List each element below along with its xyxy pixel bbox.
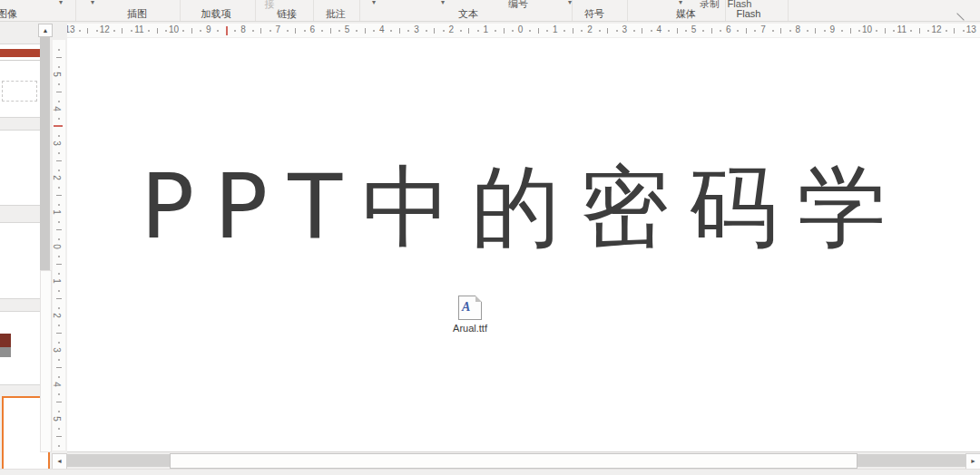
ribbon-group-label: 图像: [0, 8, 17, 19]
ruler-dot: [270, 30, 271, 32]
ribbon-group-label: 插图: [127, 8, 147, 19]
ruler-dot: [546, 30, 548, 32]
ruler-tick: [56, 264, 62, 265]
hscroll-right-button[interactable]: ►: [965, 453, 980, 470]
ruler-dot: [58, 118, 60, 120]
dropdown-caret-icon[interactable]: ▾: [568, 0, 572, 6]
ribbon-button-label[interactable]: 编号: [508, 0, 528, 9]
ruler-number: 12: [931, 24, 941, 34]
ruler-dot: [564, 30, 565, 32]
ruler-tick: [56, 195, 62, 196]
ruler-tick: [56, 229, 62, 230]
ruler-dot: [407, 30, 409, 32]
ribbon-group-label: Flash: [737, 8, 761, 19]
ruler-number: 0: [518, 24, 524, 34]
ruler-tick: [573, 28, 573, 34]
ruler-tick: [191, 28, 192, 34]
ruler-dot: [58, 221, 60, 223]
ruler-tick: [399, 28, 400, 34]
embedded-font-file-object[interactable]: A Arual.ttf: [434, 296, 506, 334]
thumbnail-rule-line: [0, 60, 44, 61]
ruler-dot: [443, 30, 445, 32]
ruler-cursor-mark: [226, 26, 228, 35]
ruler-dot: [910, 30, 912, 32]
ruler-dot: [529, 30, 531, 32]
ruler-tick: [711, 28, 712, 34]
slide-title-text[interactable]: PPT中的密码学: [85, 149, 962, 268]
ruler-number: 2: [53, 175, 62, 180]
ruler-dot: [356, 30, 358, 32]
ruler-dot: [876, 30, 877, 32]
ruler-number: 2: [448, 24, 454, 34]
ruler-dot: [390, 30, 392, 32]
dropdown-caret-icon[interactable]: ▾: [91, 0, 94, 6]
ruler-tick: [677, 28, 678, 34]
dropdown-caret-icon[interactable]: ▾: [372, 0, 376, 6]
ribbon-group-divider: [788, 0, 789, 21]
dropdown-caret-icon[interactable]: ▾: [441, 0, 445, 6]
ruler-number: 5: [345, 24, 350, 34]
dropdown-caret-icon[interactable]: ▾: [679, 0, 682, 6]
ruler-dot: [789, 30, 791, 32]
ruler-dot: [616, 30, 618, 32]
ruler-dot: [824, 30, 826, 32]
ruler-dot: [807, 30, 808, 32]
ruler-tick: [330, 28, 331, 34]
ruler-dot: [858, 30, 860, 32]
ruler-dot: [58, 238, 60, 240]
ribbon-group-divider: [725, 0, 726, 21]
hscroll-left-button[interactable]: ◄: [52, 453, 67, 470]
ruler-tick: [468, 28, 469, 34]
ruler-dot: [754, 30, 756, 32]
ruler-dot: [373, 30, 375, 32]
ruler-number: 12: [100, 24, 110, 34]
ruler-dot: [58, 204, 60, 206]
ribbon-group-label: 文本: [458, 8, 478, 19]
ruler-number: 1: [553, 24, 558, 34]
ruler-tick: [746, 28, 747, 34]
ruler-number: 13: [67, 24, 75, 34]
ruler-dot: [79, 30, 81, 32]
ruler-dot: [321, 30, 323, 32]
font-file-letter: A: [462, 300, 470, 315]
ruler-dot: [58, 393, 60, 395]
hscroll-thumb[interactable]: [170, 453, 858, 469]
thumbnail-scrollbar-track[interactable]: [40, 270, 52, 452]
page-fold-icon: [475, 296, 482, 302]
ruler-number: 1: [53, 278, 62, 284]
ribbon-button-label[interactable]: Flash: [728, 0, 752, 9]
thumbnail-scrollbar-thumb[interactable]: [40, 36, 50, 270]
ruler-number: 4: [379, 24, 385, 34]
ruler-dot: [58, 325, 60, 326]
ribbon-group-label: 媒体: [676, 8, 696, 19]
ribbon-group-label: 批注: [326, 8, 346, 19]
ribbon-group-divider: [627, 0, 628, 21]
ruler-number: 7: [275, 24, 280, 34]
ruler-tick: [87, 28, 88, 34]
ruler-dot: [200, 30, 201, 32]
ribbon-button-label[interactable]: 录制: [700, 0, 720, 9]
thumbnail-scroll-up-button[interactable]: ▲: [38, 24, 53, 37]
ruler-tick: [538, 28, 539, 34]
ruler-dot: [287, 30, 289, 32]
ribbon-corner-mark-icon: [956, 13, 964, 20]
ruler-tick: [56, 402, 62, 402]
ruler-dot: [893, 30, 895, 32]
ruler-dot: [477, 30, 479, 32]
slide-canvas[interactable]: PPT中的密码学 A Arual.ttf: [67, 38, 980, 452]
ruler-dot: [512, 30, 514, 32]
ruler-dot: [165, 30, 167, 32]
ruler-tick: [815, 28, 816, 34]
ruler-dot: [58, 411, 60, 412]
ruler-dot: [58, 101, 60, 102]
ruler-dot: [58, 49, 60, 51]
ruler-dot: [58, 66, 60, 68]
ruler-tick: [56, 333, 62, 334]
ruler-number: 6: [310, 24, 316, 34]
ruler-dot: [737, 30, 739, 32]
ribbon-button-label[interactable]: 接: [265, 0, 275, 9]
dropdown-caret-icon[interactable]: ▾: [59, 0, 63, 6]
ruler-dot: [963, 30, 965, 32]
ruler-number: 4: [657, 24, 662, 34]
ruler-dot: [946, 30, 947, 32]
